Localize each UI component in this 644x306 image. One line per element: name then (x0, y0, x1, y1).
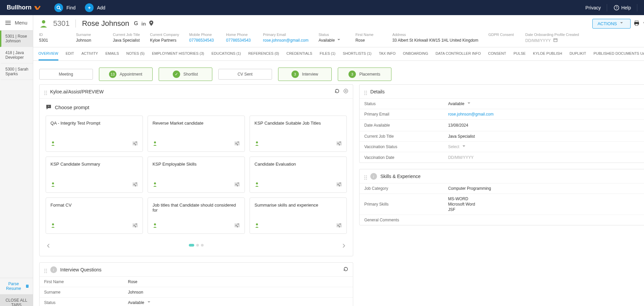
sliders-icon[interactable] (234, 182, 240, 187)
svg-rect-8 (26, 286, 28, 286)
tab-kyloe-publish[interactable]: KYLOE PUBLISH (533, 47, 562, 60)
tab-pulse[interactable]: PULSE (514, 47, 526, 60)
prompt-card[interactable]: QA - Integrity Test Prompt (46, 116, 143, 152)
nav-divider-2 (637, 4, 637, 11)
stage-placements[interactable]: 3Placements (338, 68, 391, 81)
close-panel-icon[interactable] (343, 89, 348, 94)
next-page-button[interactable]: › (342, 240, 345, 251)
svg-point-69 (135, 226, 136, 227)
kv-row[interactable]: Date Available13/08/2024× (360, 120, 644, 131)
person-icon (51, 223, 55, 229)
parse-resume-button[interactable]: Parse Resume (0, 278, 33, 294)
kv-row: First NameRose (40, 277, 353, 287)
tab-item[interactable]: 5300 | Sarah Sparks (0, 63, 33, 80)
tab-edit[interactable]: EDIT (66, 47, 74, 60)
sliders-icon[interactable] (234, 223, 240, 228)
page-dot-active[interactable] (189, 244, 194, 247)
candidate-avatar-icon (39, 18, 49, 29)
kv-row[interactable]: Vaccination StatusSelect (360, 142, 644, 152)
prompt-card[interactable]: Summarise skills and experience (250, 198, 347, 234)
sliders-icon[interactable] (234, 141, 240, 146)
tab-onboarding[interactable]: ONBOARDING (403, 47, 428, 60)
tab-item[interactable]: 418 | Java Developer (0, 47, 33, 63)
tab-notes[interactable]: NOTES (5) (126, 47, 145, 60)
tab-item[interactable]: 5301 | Rose Johnson (0, 31, 33, 47)
prev-page-button[interactable]: ‹ (47, 240, 50, 251)
prompt-card[interactable]: KSP Candidate Summary (46, 157, 143, 193)
choose-prompt-header: + Choose prompt (40, 99, 353, 113)
print-icon[interactable] (634, 20, 639, 27)
refresh-icon[interactable] (335, 89, 339, 94)
prompt-card[interactable]: Reverse Market candidate (148, 116, 245, 152)
field-status[interactable]: StatusAvailable (319, 33, 345, 43)
close-all-tabs-button[interactable]: CLOSE ALL TABS (0, 294, 33, 306)
tab-published-docs[interactable]: PUBLISHED DOCUMENTS UA (593, 47, 644, 60)
link-icon[interactable] (643, 20, 644, 27)
find-button[interactable]: Find (54, 3, 75, 12)
prompt-card[interactable]: Job titles that Candidate should conside… (148, 198, 245, 234)
page-dot[interactable] (196, 244, 199, 247)
tab-shortlists[interactable]: SHORTLISTS (1) (343, 47, 371, 60)
document-icon (26, 284, 29, 289)
kv-row[interactable]: Vaccination DateDD/MM/YYYY (360, 152, 644, 163)
add-button[interactable]: + Add (85, 3, 105, 12)
location-icon[interactable] (149, 20, 153, 27)
interview-questions-card: i Interview Questions First NameRose Sur… (39, 262, 353, 306)
sliders-icon[interactable] (132, 223, 138, 228)
kv-row[interactable]: StatusAvailable (360, 99, 644, 109)
tab-consent[interactable]: CONSENT (488, 47, 506, 60)
sliders-icon[interactable] (336, 182, 342, 187)
tab-references[interactable]: REFERENCES (0) (248, 47, 279, 60)
svg-point-72 (237, 223, 239, 225)
tab-educations[interactable]: EDUCATIONS (1) (211, 47, 241, 60)
stage-interview[interactable]: 3Interview (278, 68, 332, 81)
drag-handle-icon[interactable] (44, 266, 47, 273)
kv-row: Job CategoryComputer Programming (360, 183, 644, 194)
tab-data-controller[interactable]: DATA CONTROLLER INFO (436, 47, 481, 60)
svg-point-48 (135, 185, 136, 186)
privacy-link[interactable]: Privacy (585, 5, 601, 10)
actions-dropdown[interactable]: ACTIONS (592, 19, 631, 29)
tab-employment[interactable]: EMPLOYMENT HISTORIES (3) (152, 47, 204, 60)
tab-overview[interactable]: OVERVIEW (39, 47, 58, 60)
linkedin-icon[interactable]: in (142, 21, 146, 27)
prompt-card[interactable]: Format CV (46, 198, 143, 234)
prompt-card[interactable]: KSP Candidate Suitable Job Titles (250, 116, 347, 152)
skills-card: i Skills & Experience Job CategoryComput… (359, 169, 644, 225)
stage-shortlist[interactable]: ✓Shortlist (159, 68, 212, 81)
svg-point-63 (52, 223, 54, 225)
header-divider (75, 19, 76, 28)
sliders-icon[interactable] (132, 141, 138, 146)
details-header: Details (360, 85, 644, 99)
tab-activity[interactable]: ACTIVITY (82, 47, 98, 60)
person-icon (51, 182, 55, 188)
tab-emails[interactable]: EMAILS (105, 47, 119, 60)
refresh-icon[interactable] (343, 267, 348, 272)
kv-row[interactable]: StatusAvailable (40, 298, 353, 306)
field-onboarding-date[interactable]: Date Onboarding Profile CreatedDD/MM/YYY… (525, 33, 579, 43)
field-job-title: Current Job TitleJava Specialist (113, 33, 140, 43)
google-icon[interactable]: G (134, 20, 138, 27)
tab-files[interactable]: FILES (1) (320, 47, 335, 60)
tabs-strip: OVERVIEW EDIT ACTIVITY EMAILS NOTES (5) … (33, 47, 644, 61)
drag-handle-icon[interactable] (44, 88, 47, 95)
menu-toggle[interactable]: Menu (0, 15, 33, 31)
sliders-icon[interactable] (132, 182, 138, 187)
sliders-icon[interactable] (336, 223, 342, 228)
drag-handle-icon[interactable] (364, 173, 367, 180)
sliders-icon[interactable] (336, 141, 342, 146)
svg-point-30 (237, 141, 239, 143)
drag-handle-icon[interactable] (364, 88, 367, 95)
stage-appointment[interactable]: 13Appointment (99, 68, 153, 81)
field-id: ID5301 (39, 33, 66, 43)
stage-meeting[interactable]: Meeting (39, 69, 93, 80)
tab-tax[interactable]: TAX INFO (379, 47, 395, 60)
stage-cv-sent[interactable]: CV Sent (218, 69, 272, 80)
prompt-card[interactable]: KSP Employable Skills (148, 157, 245, 193)
prompt-card[interactable]: Candidate Evaluation (250, 157, 347, 193)
tab-duplikit[interactable]: DUPLIKIT (570, 47, 586, 60)
tab-credentials[interactable]: CREDENTIALS (286, 47, 312, 60)
page-dot[interactable] (201, 244, 204, 247)
find-label: Find (66, 5, 75, 10)
help-link[interactable]: ? Help (614, 5, 631, 10)
